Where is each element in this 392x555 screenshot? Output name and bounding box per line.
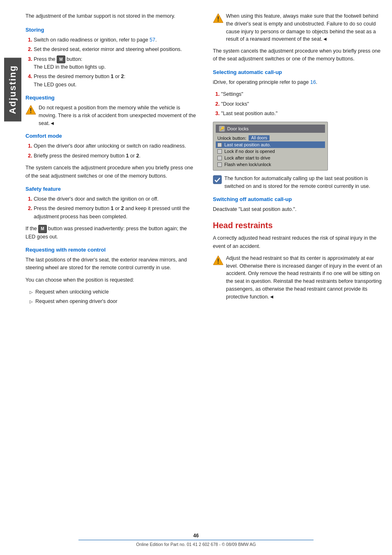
head-restraints-warning-block: ! Adjust the head restraint so that its … <box>213 254 384 301</box>
safety-list: Close the driver's door and switch the i… <box>25 195 196 221</box>
svg-rect-4 <box>213 176 221 184</box>
unlock-label: Unlock button: <box>217 136 246 141</box>
row-label-2: Lock if no door is opened <box>224 149 275 154</box>
door-locks-row-2: Lock if no door is opened <box>216 148 325 155</box>
list-item: Press the desired memory button 1 or 2:T… <box>34 73 196 89</box>
list-item: Press the M button:The LED in the button… <box>34 56 196 72</box>
svg-text:!: ! <box>30 107 32 114</box>
col-left: The adjustment of the lumbar support is … <box>25 12 201 543</box>
head-restraints-warning-text: Adjust the head restraint so that its ce… <box>226 254 384 301</box>
row-label-4: Flash when lock/unlock <box>224 162 271 167</box>
footer: 46 Online Edition for Part no. 01 41 2 6… <box>0 533 392 547</box>
door-locks-header: 🔑 Door locks <box>216 125 325 133</box>
unlock-row: Unlock button: All doors <box>216 134 325 141</box>
page-number: 46 <box>193 533 198 539</box>
checkbox-3 <box>217 156 222 160</box>
warning-icon: ! <box>25 104 36 115</box>
m-button: M <box>57 56 65 64</box>
footer-line <box>78 540 314 540</box>
door-locks-row-3: Lock after start to drive <box>216 155 325 161</box>
content-area: The adjustment of the lumbar support is … <box>21 0 392 555</box>
storing-list: Switch on radio readiness or ignition, r… <box>25 36 196 89</box>
switching-off-text: Deactivate "Last seat position auto.". <box>213 206 384 213</box>
list-item: Request when opening driver's door <box>30 298 196 305</box>
comfort-list: Open the driver's door after unlocking o… <box>25 142 196 160</box>
svg-text:!: ! <box>217 16 219 23</box>
safety-note: If the M button was pressed inadvertentl… <box>25 225 196 241</box>
row-label-3: Lock after start to drive <box>224 155 270 160</box>
list-item: "Door locks" <box>221 100 384 108</box>
sidebar-tab: Adjusting <box>0 0 21 555</box>
comfort-heading: Comfort mode <box>25 133 196 139</box>
head-restraints-heading: Head restraints <box>213 221 384 230</box>
footwell-warning-block: ! When using this feature, always make s… <box>213 12 384 43</box>
list-item: Close the driver's door and switch the i… <box>34 195 196 203</box>
switching-off-heading: Switching off automatic call-up <box>213 196 384 202</box>
remote-bullet-list: Request when unlocking vehicle Request w… <box>25 288 196 306</box>
warning-icon-2: ! <box>213 13 224 23</box>
list-item: Switch on radio readiness or ignition, r… <box>34 36 196 44</box>
select-auto-intro: iDrive, for operating principle refer to… <box>213 79 384 86</box>
cancels-note-right: The system cancels the adjustment proced… <box>213 47 384 63</box>
remote-text1: The last positions of the driver's seat,… <box>25 256 196 272</box>
checkbox-4 <box>217 162 222 167</box>
list-item: Briefly press the desired memory button … <box>34 152 196 160</box>
list-item: "Last seat position auto." <box>221 110 384 118</box>
requesting-heading: Requesting <box>25 95 196 101</box>
checkbox-2 <box>217 149 222 154</box>
list-item: Set the desired seat, exterior mirror an… <box>34 46 196 53</box>
list-item: "Settings" <box>221 90 384 98</box>
auto-callup-note-text: The function for automatically calling u… <box>224 175 384 190</box>
door-locks-row-4: Flash when lock/unlock <box>216 161 325 168</box>
storing-heading: Storing <box>25 27 196 33</box>
comfort-note: The system cancels the adjustment proced… <box>25 164 196 180</box>
door-locks-header-icon: 🔑 <box>219 126 225 132</box>
svg-text:!: ! <box>217 258 219 265</box>
remote-heading: Requesting with remote control <box>25 247 196 253</box>
checkbox-1 <box>217 143 222 147</box>
page-ref-16[interactable]: 16 <box>310 79 316 85</box>
row-label-1: Last seat position auto. <box>224 142 271 147</box>
intro-text: The adjustment of the lumbar support is … <box>25 12 196 20</box>
select-auto-heading: Selecting automatic call-up <box>213 69 384 75</box>
unlock-value: All doors <box>249 135 270 141</box>
footer-text: Online Edition for Part no. 01 41 2 602 … <box>136 542 256 547</box>
auto-callup-note-block: The function for automatically calling u… <box>213 175 384 190</box>
head-restraints-intro: A correctly adjusted head restraint redu… <box>213 234 384 250</box>
door-locks-title: Door locks <box>227 126 249 131</box>
door-locks-row-1: Last seat position auto. <box>216 141 325 148</box>
select-auto-list: "Settings" "Door locks" "Last seat posit… <box>213 90 384 118</box>
col-right: ! When using this feature, always make s… <box>209 12 384 543</box>
requesting-warning-block: ! Do not request a position from the mem… <box>25 104 196 127</box>
list-item: Request when unlocking vehicle <box>30 288 196 296</box>
page-ref-57[interactable]: 57 <box>150 37 155 43</box>
remote-text2: You can choose when the position is requ… <box>25 276 196 284</box>
note-checkmark-icon <box>213 175 222 184</box>
requesting-warning-text: Do not request a position from the memor… <box>39 104 196 127</box>
door-locks-screenshot: 🔑 Door locks Unlock button: All doors La… <box>213 122 328 171</box>
list-item: Open the driver's door after unlocking o… <box>34 142 196 150</box>
sidebar-label: Adjusting <box>4 58 21 121</box>
footwell-warning-text: When using this feature, always make sur… <box>226 12 384 43</box>
safety-heading: Safety feature <box>25 186 196 192</box>
list-item: Press the desired memory button 1 or 2 a… <box>34 205 196 221</box>
m-button-2: M <box>38 225 46 233</box>
warning-icon-3: ! <box>213 255 224 266</box>
